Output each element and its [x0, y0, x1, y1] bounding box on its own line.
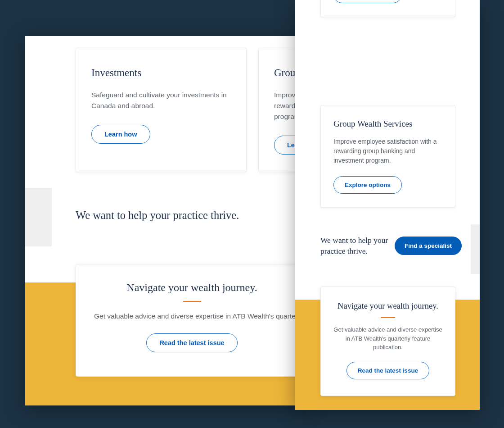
journey-title: Navigate your wealth journey.	[332, 301, 444, 311]
card-investments: Investments Safeguard and cultivate your…	[76, 48, 247, 172]
card-wealth-transfer: Plan the transfer of your wealth to chil…	[320, 0, 455, 17]
journey-title: Navigate your wealth journey.	[94, 282, 290, 294]
journey-body: Get valuable advice and diverse expertis…	[94, 311, 290, 322]
read-latest-issue-button[interactable]: Read the latest issue	[146, 333, 237, 352]
card-group-wealth-services: Group Wealth Services Improve employee s…	[320, 105, 455, 208]
read-latest-issue-button[interactable]: Read the latest issue	[346, 362, 429, 379]
desktop-card-row: Investments Safeguard and cultivate your…	[76, 48, 308, 172]
explore-options-button[interactable]: Explore options	[333, 176, 402, 194]
mobile-accent-block-right	[471, 224, 480, 274]
divider-line	[183, 301, 201, 302]
divider-line	[381, 317, 395, 318]
mobile-viewport: Plan the transfer of your wealth to chil…	[295, 0, 480, 410]
explore-options-button[interactable]: Explore options	[333, 0, 402, 3]
card-title: Investments	[91, 67, 231, 79]
card-body: Improve employee satisfaction with a rew…	[333, 137, 442, 165]
tagline-row: We want to help your practice thrive. Fi…	[320, 235, 462, 256]
wealth-journey-card: Navigate your wealth journey. Get valuab…	[320, 287, 455, 396]
card-body: Safeguard and cultivate your investments…	[91, 90, 231, 111]
card-title: Group Wealth Services	[333, 119, 442, 129]
tagline-heading: We want to help your practice thrive.	[320, 235, 388, 256]
wealth-journey-card: Navigate your wealth journey. Get valuab…	[76, 264, 308, 377]
learn-how-button[interactable]: Learn how	[91, 125, 150, 144]
journey-body: Get valuable advice and diverse expertis…	[332, 325, 444, 352]
find-a-specialist-button[interactable]: Find a specialist	[395, 237, 462, 255]
tagline-heading: We want to help your practice thrive.	[76, 209, 239, 222]
desktop-viewport: Investments Safeguard and cultivate your…	[25, 36, 308, 405]
desktop-accent-block-left	[25, 188, 52, 246]
